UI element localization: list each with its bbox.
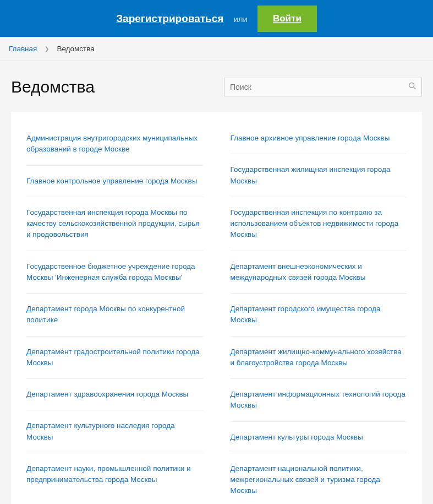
department-link[interactable]: Государственная инспекция по контролю за…: [231, 208, 399, 239]
list-item: Департамент информационных технологий го…: [231, 379, 407, 422]
departments-card: Администрация внутригородских муниципаль…: [11, 112, 422, 504]
login-button[interactable]: Войти: [257, 6, 317, 32]
department-link[interactable]: Департамент градостроительной политики г…: [26, 348, 200, 367]
list-item: Государственная жилищная инспекция город…: [231, 154, 407, 197]
department-link[interactable]: Государственное бюджетное учреждение гор…: [26, 262, 195, 281]
department-link[interactable]: Департамент культурного наследия города …: [26, 421, 175, 441]
department-link[interactable]: Департамент информационных технологий го…: [231, 390, 405, 409]
list-item: Департамент национальной политики, межре…: [231, 453, 407, 504]
list-item: Департамент города Москвы по конкурентно…: [26, 294, 203, 337]
department-link[interactable]: Департамент городского имущества города …: [231, 305, 381, 324]
department-link[interactable]: Департамент внешнеэкономических и междун…: [231, 262, 366, 281]
department-link[interactable]: Администрация внутригородских муниципаль…: [26, 134, 198, 153]
page-title: Ведомства: [11, 78, 95, 96]
chevron-right-icon: ❯: [45, 46, 49, 52]
breadcrumb-current: Ведомства: [57, 45, 94, 53]
departments-columns: Администрация внутригородских муниципаль…: [26, 123, 407, 504]
list-item: Государственная инспекция по контролю за…: [231, 197, 407, 251]
department-link[interactable]: Главное контрольное управление города Мо…: [26, 177, 197, 185]
department-link[interactable]: Государственная жилищная инспекция город…: [231, 165, 391, 185]
list-item: Департамент науки, промышленной политики…: [26, 453, 203, 496]
department-link[interactable]: Департамент здравоохранения города Москв…: [26, 390, 188, 398]
breadcrumb: Главная ❯ Ведомства: [0, 37, 433, 61]
list-item: Департамент здравоохранения города Москв…: [26, 379, 203, 410]
list-item: Департамент жилищно-коммунального хозяйс…: [231, 337, 407, 380]
or-text: или: [233, 14, 248, 24]
title-row: Ведомства: [0, 61, 433, 102]
list-item: Государственная инспекция города Москвы …: [26, 197, 203, 251]
register-link[interactable]: Зарегистрироваться: [116, 13, 223, 25]
departments-left-column: Администрация внутригородских муниципаль…: [26, 123, 203, 504]
list-item: Департамент культурного наследия города …: [26, 410, 203, 453]
list-item: Департамент городского имущества города …: [231, 294, 407, 337]
department-link[interactable]: Государственная инспекция города Москвы …: [26, 208, 200, 239]
list-item: Департамент градостроительной политики г…: [26, 337, 203, 380]
breadcrumb-home[interactable]: Главная: [9, 45, 37, 53]
header-inner: Зарегистрироваться или Войти: [116, 6, 317, 32]
department-link[interactable]: Департамент национальной политики, межре…: [231, 464, 380, 495]
department-link[interactable]: Департамент жилищно-коммунального хозяйс…: [231, 348, 402, 367]
list-item: Администрация внутригородских муниципаль…: [26, 123, 203, 166]
departments-right-column: Главное архивное управление города Москв…: [231, 123, 407, 504]
search-input[interactable]: [224, 78, 422, 96]
header: Зарегистрироваться или Войти: [0, 0, 433, 37]
department-link[interactable]: Департамент города Москвы по конкурентно…: [26, 305, 185, 324]
list-item: Государственное бюджетное учреждение гор…: [26, 251, 203, 294]
search-box: [224, 78, 422, 96]
department-link[interactable]: Департамент науки, промышленной политики…: [26, 464, 191, 484]
list-item: Департамент культуры города Москвы: [231, 422, 407, 453]
list-item: Главное контрольное управление города Мо…: [26, 166, 203, 197]
list-item: Главное архивное управление города Москв…: [231, 123, 407, 154]
department-link[interactable]: Главное архивное управление города Москв…: [231, 134, 390, 142]
department-link[interactable]: Департамент культуры города Москвы: [231, 433, 363, 441]
list-item: Департамент внешнеэкономических и междун…: [231, 251, 407, 294]
